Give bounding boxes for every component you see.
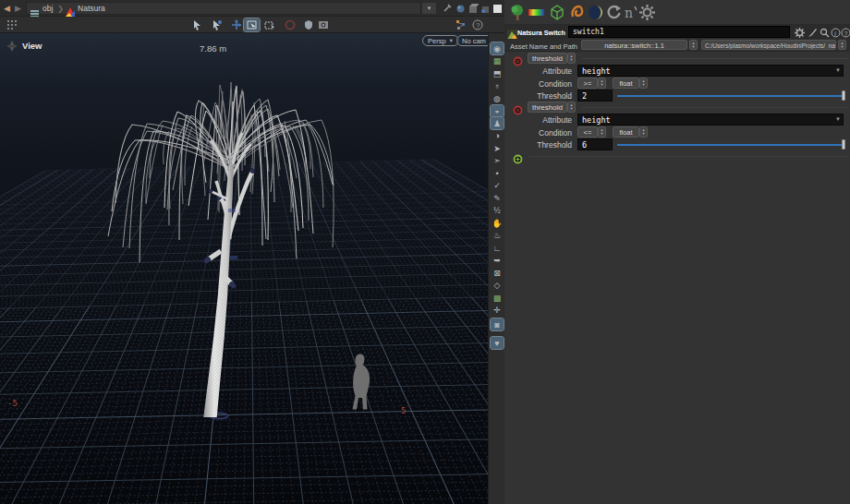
n-icon[interactable]: n [622, 4, 639, 21]
condition-op-spinner[interactable]: ▲▼ [598, 78, 606, 89]
group-spinner[interactable]: ▲▼ [567, 53, 576, 64]
headlight-icon[interactable]: ◒ [491, 105, 504, 117]
asset-name-dropdown[interactable]: natsura::switch::1.1 [581, 40, 687, 50]
lamp-icon[interactable]: ♁ [491, 80, 504, 92]
threshold-input[interactable]: 2 [577, 90, 613, 102]
attribute-input[interactable]: height [577, 65, 844, 77]
render-ring-icon[interactable] [282, 18, 298, 31]
wirecube-icon[interactable] [548, 4, 565, 21]
node-name-input[interactable]: switch1 [568, 26, 790, 38]
pointer-cloud-icon[interactable]: ➥ [491, 255, 504, 267]
cube-icon[interactable] [467, 2, 480, 15]
moon-icon[interactable] [587, 4, 604, 21]
grid-axis-label-5: 5 [401, 406, 406, 415]
condition-label: Condition [504, 128, 572, 138]
condition-op-dropdown[interactable]: <= [577, 126, 598, 138]
threshold-slider-handle[interactable] [842, 90, 845, 101]
snapshot-icon[interactable] [315, 18, 331, 31]
persp-dropdown[interactable]: Persp▼ [422, 35, 459, 46]
threshold-slider[interactable] [617, 144, 844, 146]
refresh-icon[interactable] [605, 4, 623, 21]
axis-tripod-icon[interactable]: ✛ [491, 305, 504, 317]
gradient-icon[interactable] [528, 4, 545, 21]
breadcrumb-obj[interactable]: obj [42, 4, 53, 13]
node-type-label: Natsura Switch [517, 29, 565, 37]
lock-icon[interactable]: ⬒ [491, 67, 504, 79]
asset-path-spinner[interactable]: ▲▼ [838, 40, 846, 50]
network-layout-icon[interactable] [453, 18, 468, 31]
select-handle-icon[interactable] [209, 18, 225, 31]
layout-dropdown[interactable]: ▼ [421, 2, 437, 15]
numbers-icon[interactable]: ½ [491, 205, 504, 217]
select-tool-icon[interactable] [189, 18, 205, 31]
condition-op-dropdown[interactable]: >= [577, 78, 598, 89]
delete-box-icon[interactable]: ⊠ [491, 267, 504, 279]
gallery-grid-icon[interactable] [4, 18, 19, 31]
snap-grid-icon[interactable]: ▦ [491, 55, 504, 67]
add-group-button[interactable] [513, 151, 523, 162]
threshold-slider-handle[interactable] [842, 139, 845, 150]
threshold-input[interactable]: 6 [577, 138, 613, 150]
orbit-icon[interactable] [454, 2, 467, 15]
asset-path-field[interactable]: C:/Users/plasmo/workspace/HoudiniProject… [701, 40, 836, 50]
pin-icon[interactable] [441, 2, 454, 15]
attribute-dropdown-arrow[interactable]: ▼ [835, 67, 841, 73]
breadcrumb[interactable]: obj ❯ Natsura [26, 2, 421, 15]
view-label: View [22, 41, 42, 51]
box-circle-icon[interactable]: ◙ [491, 318, 504, 330]
white-square-icon[interactable] [491, 2, 504, 15]
condition-op-spinner[interactable]: ▲▼ [598, 126, 606, 138]
magnifier-icon[interactable] [819, 27, 830, 38]
group-type-dropdown[interactable]: threshold [528, 53, 567, 64]
material-sphere-icon[interactable]: ◍ [491, 92, 504, 104]
snap-cube-icon[interactable] [479, 2, 492, 15]
asset-name-spinner[interactable]: ▲▼ [689, 40, 698, 50]
condition-type-spinner[interactable]: ▲▼ [639, 126, 648, 138]
gear-icon[interactable] [638, 4, 656, 21]
box-select-icon[interactable] [261, 18, 277, 31]
flame-icon[interactable] [568, 4, 586, 21]
brush-icon[interactable] [807, 27, 818, 38]
help-icon[interactable]: ? [469, 18, 485, 31]
move-tool-icon[interactable] [228, 18, 244, 31]
help-icon[interactable]: ? [840, 27, 850, 38]
threshold-slider[interactable] [617, 95, 844, 97]
tree-icon[interactable] [509, 4, 527, 21]
stamp-icon[interactable]: ♨ [491, 230, 504, 242]
condition-type-spinner[interactable]: ▲▼ [639, 78, 648, 89]
group-type-dropdown[interactable]: threshold [528, 102, 567, 113]
secure-selection-icon[interactable] [300, 18, 316, 31]
back-button[interactable]: ◀ [4, 3, 10, 14]
shade-sphere-icon[interactable]: ◑ [491, 130, 504, 142]
view-tool-icon[interactable]: ◉ [491, 42, 504, 54]
select-arrow-icon[interactable]: ➤ [491, 142, 504, 154]
condition-type-dropdown[interactable]: float [613, 78, 639, 89]
camera-dropdown[interactable]: No cam▼ [456, 35, 488, 46]
remove-group-button[interactable] [513, 54, 523, 64]
viewport-toolbar: ? [0, 17, 504, 33]
measure-pin-icon[interactable]: ♥ [491, 337, 504, 349]
ruler-corner-icon[interactable]: ∟ [491, 242, 504, 254]
condition-type-dropdown[interactable]: float [613, 126, 639, 138]
measure-tick [230, 256, 237, 259]
gear-icon[interactable] [794, 27, 805, 38]
group-spinner[interactable]: ▲▼ [567, 102, 576, 113]
grid-axis-label-neg5: -5 [7, 399, 18, 408]
natsura-node-icon [66, 4, 75, 13]
check-cursor-icon[interactable]: ✓ [491, 180, 504, 192]
image-plane-icon[interactable]: ▩ [491, 292, 504, 304]
diamond-icon[interactable]: ◇ [491, 280, 504, 292]
attribute-input[interactable]: height [577, 114, 844, 126]
attribute-dropdown-arrow[interactable]: ▼ [835, 116, 841, 122]
pen-icon[interactable]: ✎ [491, 192, 504, 204]
remove-group-button[interactable] [513, 102, 523, 113]
dot-icon[interactable]: • [491, 167, 504, 179]
viewport-3d[interactable]: -55 View 7.86 m Persp▼ No cam▼ [0, 33, 488, 504]
cursor-icon[interactable]: ➣ [491, 155, 504, 167]
breadcrumb-natsura[interactable]: Natsura [78, 4, 105, 13]
hand-icon[interactable]: ✋ [491, 217, 504, 229]
scene-3d: -55 [0, 33, 488, 504]
geometry-select-icon[interactable] [244, 18, 260, 31]
character-icon[interactable]: ♟ [491, 117, 504, 129]
forward-button[interactable]: ▶ [15, 3, 21, 14]
